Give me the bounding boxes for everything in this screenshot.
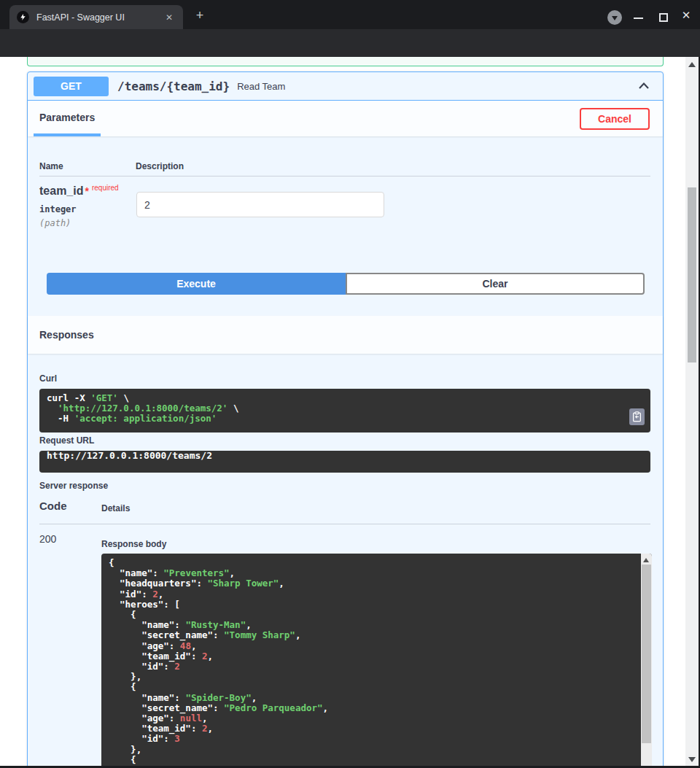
name-column-header: Name (39, 161, 63, 171)
swagger-page: GET /teams/{team_id} Read Team Parameter… (0, 57, 685, 768)
previous-opblock-partial (27, 57, 664, 66)
method-badge: GET (34, 77, 109, 96)
window-maximize-button[interactable] (659, 13, 668, 22)
code-column-header: Code (39, 500, 67, 512)
curl-command: curl -X 'GET' \ 'http://127.0.0.1:8000/t… (39, 389, 650, 433)
window-close-button[interactable]: ✕ (680, 9, 693, 22)
param-name: team_id*required (39, 184, 119, 198)
tab-close-icon[interactable]: ✕ (163, 11, 176, 24)
browser-tab[interactable]: FastAPI - Swagger UI ✕ (9, 5, 183, 29)
cancel-button[interactable]: Cancel (580, 108, 650, 130)
collapse-button[interactable] (635, 77, 653, 95)
response-body-scrollbar[interactable] (641, 554, 652, 768)
scroll-up-arrow-icon[interactable] (643, 558, 649, 562)
opblock-summary[interactable]: GET /teams/{team_id} Read Team (28, 72, 663, 101)
required-label: required (92, 184, 119, 192)
responses-title: Responses (39, 329, 94, 341)
curl-label: Curl (39, 373, 57, 384)
details-column-header: Details (101, 503, 130, 513)
opblock-get-teams: GET /teams/{team_id} Read Team Parameter… (27, 71, 664, 768)
curl-block: curl -X 'GET' \ 'http://127.0.0.1:8000/t… (39, 389, 650, 433)
clear-button[interactable]: Clear (346, 273, 645, 295)
page-scrollbar[interactable] (685, 57, 699, 768)
execute-row: Execute Clear (47, 273, 645, 295)
execute-button[interactable]: Execute (47, 273, 346, 295)
response-body-block: { "name": "Preventers", "headquarters": … (101, 554, 652, 768)
status-code: 200 (39, 533, 56, 545)
request-url-block: http://127.0.0.1:8000/teams/2 (39, 451, 650, 473)
page-scrollbar-thumb[interactable] (688, 187, 696, 362)
chevron-up-icon (637, 79, 651, 93)
request-url-value: http://127.0.0.1:8000/teams/2 (39, 451, 219, 473)
param-location: (path) (39, 218, 71, 228)
table-divider (39, 176, 650, 177)
team-id-input[interactable] (136, 192, 384, 217)
response-scrollbar-thumb[interactable] (642, 565, 651, 743)
response-body-json: { "name": "Preventers", "headquarters": … (101, 554, 652, 768)
browser-tab-bar: FastAPI - Swagger UI ✕ + ✕ (0, 0, 700, 29)
chevron-down-icon (612, 16, 618, 20)
page-scroll-up-arrow[interactable] (688, 62, 696, 67)
window-minimize-button[interactable] (634, 18, 643, 19)
tab-parameters[interactable]: Parameters (34, 101, 101, 136)
page-scroll-down-arrow[interactable] (688, 757, 696, 762)
tab-search-button[interactable] (607, 10, 622, 25)
param-type: integer (39, 204, 77, 214)
copy-to-clipboard-button[interactable] (629, 408, 645, 425)
tab-title: FastAPI - Swagger UI (36, 12, 163, 23)
parameters-section-header: Parameters Cancel (28, 101, 663, 136)
fastapi-favicon-icon (17, 11, 29, 23)
clipboard-icon (632, 411, 642, 422)
server-response-label: Server response (39, 481, 108, 491)
description-column-header: Description (136, 161, 184, 171)
request-url-label: Request URL (39, 435, 94, 446)
response-body-label: Response body (101, 539, 166, 549)
required-star: * (85, 185, 88, 197)
responses-section-header: Responses (28, 316, 663, 354)
browser-toolbar: ← → ↻ 127.0.0.1:8000/docs#/default/read_… (0, 29, 700, 57)
response-table-divider (39, 524, 650, 524)
endpoint-path: /teams/{team_id} (117, 79, 230, 93)
endpoint-summary: Read Team (237, 81, 635, 92)
new-tab-button[interactable]: + (192, 9, 207, 23)
